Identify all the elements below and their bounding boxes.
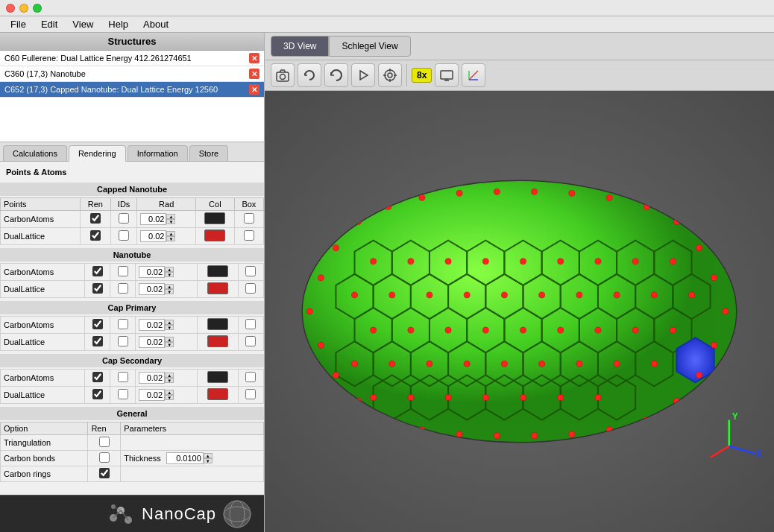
rad-down-2[interactable]: ▼ [165, 325, 174, 330]
rad-up-1[interactable]: ▲ [165, 267, 174, 272]
minimize-button[interactable] [19, 4, 28, 13]
thickness-down[interactable]: ▼ [204, 458, 213, 463]
box-check-3[interactable] [245, 372, 256, 382]
play-button[interactable] [351, 63, 375, 87]
rad-up-2[interactable]: ▲ [165, 320, 174, 325]
box-check-0[interactable] [244, 213, 254, 224]
structure-close-1[interactable]: ✕ [249, 69, 259, 79]
structure-item-2[interactable]: C652 (17,3) Capped Nanotube: Dual Lattic… [0, 82, 264, 98]
svg-point-110 [371, 394, 377, 400]
viewport[interactable]: Y X [265, 91, 774, 532]
thickness-up[interactable]: ▲ [204, 453, 213, 458]
rad-down-0[interactable]: ▼ [166, 219, 175, 224]
ids-check-dl2[interactable] [118, 336, 128, 346]
carbonbonds-check[interactable] [99, 452, 110, 463]
rad-input-dl2[interactable] [139, 336, 165, 348]
rad-input-0[interactable] [140, 213, 166, 225]
structure-close-2[interactable]: ✕ [249, 84, 259, 95]
rad-input-3[interactable] [139, 372, 165, 384]
col-swatch-dl3[interactable] [207, 388, 228, 400]
box-check-dl0[interactable] [244, 230, 254, 241]
rad-input-dl0[interactable] [140, 230, 166, 242]
rad-down-dl2[interactable]: ▼ [165, 342, 174, 347]
rad-down-3[interactable]: ▼ [165, 378, 174, 383]
rad-down-1[interactable]: ▼ [165, 272, 174, 277]
tab-3d-view[interactable]: 3D View [271, 36, 329, 57]
menu-about[interactable]: About [136, 17, 176, 31]
view-tabs: 3D View Schlegel View [271, 36, 411, 57]
svg-point-138 [569, 431, 575, 437]
triangulation-check[interactable] [99, 437, 110, 447]
svg-point-81 [670, 259, 676, 265]
rotate-button[interactable] [298, 63, 321, 87]
rad-down-dl3[interactable]: ▼ [165, 395, 174, 400]
col-swatch-2[interactable] [207, 318, 228, 330]
maximize-button[interactable] [33, 4, 42, 13]
menu-file[interactable]: File [3, 17, 34, 31]
ids-check-dl1[interactable] [118, 283, 128, 294]
rad-up-dl2[interactable]: ▲ [165, 337, 174, 342]
col-swatch-dl2[interactable] [207, 335, 228, 347]
screen-button[interactable] [435, 63, 459, 87]
tab-rendering[interactable]: Rendering [69, 145, 126, 162]
menu-view[interactable]: View [65, 17, 101, 31]
col-swatch-dl1[interactable] [207, 282, 228, 294]
ids-check-dl0[interactable] [119, 230, 129, 241]
ids-check-dl3[interactable] [118, 389, 128, 399]
rad-input-dl1[interactable] [139, 283, 165, 295]
box-check-1[interactable] [245, 266, 256, 276]
ren-check-2[interactable] [92, 319, 103, 329]
rad-down-dl0[interactable]: ▼ [166, 236, 175, 241]
menu-edit[interactable]: Edit [34, 17, 65, 31]
rad-up-0[interactable]: ▲ [166, 214, 175, 219]
ren-check-0[interactable] [90, 213, 101, 224]
camera-button[interactable] [271, 63, 295, 87]
ren-check-dl2[interactable] [92, 336, 103, 346]
ids-check-2[interactable] [118, 319, 128, 329]
ids-check-3[interactable] [118, 372, 128, 382]
rad-input-2[interactable] [139, 319, 165, 331]
rad-input-dl3[interactable] [139, 389, 165, 401]
badge-8x[interactable]: 8x [412, 68, 432, 83]
box-check-2[interactable] [245, 319, 256, 329]
carbonrings-check[interactable] [99, 468, 110, 478]
col-swatch-dl0[interactable] [204, 229, 225, 241]
col-swatch-0[interactable] [204, 212, 225, 224]
ren-check-3[interactable] [92, 372, 103, 382]
thickness-input[interactable] [166, 452, 204, 464]
rad-down-dl1[interactable]: ▼ [165, 289, 174, 294]
ren-check-1[interactable] [92, 266, 103, 276]
structure-item-0[interactable]: C60 Fullerene: Dual Lattice Energy 412.2… [0, 51, 264, 66]
svg-point-13 [385, 70, 395, 80]
ids-check-1[interactable] [118, 266, 128, 276]
ren-check-dl0[interactable] [90, 230, 101, 241]
col-swatch-1[interactable] [207, 265, 228, 277]
structure-close-0[interactable]: ✕ [249, 53, 259, 63]
box-check-dl3[interactable] [245, 389, 256, 399]
svg-point-74 [408, 259, 414, 265]
rad-up-dl3[interactable]: ▲ [165, 390, 174, 395]
ren-check-dl3[interactable] [92, 389, 103, 399]
general-table: Option Ren Parameters Triangulation Carb… [0, 422, 264, 482]
close-button[interactable] [6, 4, 15, 13]
ren-check-dl1[interactable] [92, 283, 103, 294]
row-duallattice-3: DualLattice [1, 387, 85, 404]
tab-schlegel-view[interactable]: Schlegel View [329, 36, 410, 57]
col-swatch-3[interactable] [207, 371, 228, 383]
rad-input-1[interactable] [139, 266, 165, 278]
menu-help[interactable]: Help [101, 17, 136, 31]
rad-up-3[interactable]: ▲ [165, 373, 174, 378]
svg-marker-72 [632, 445, 661, 479]
box-check-dl2[interactable] [245, 336, 256, 346]
target-button[interactable] [378, 63, 402, 87]
tab-information[interactable]: Information [128, 145, 188, 161]
tab-store[interactable]: Store [189, 145, 228, 161]
structure-item-1[interactable]: C360 (17,3) Nanotube ✕ [0, 66, 264, 82]
axes-button[interactable] [462, 63, 485, 87]
ids-check-0[interactable] [119, 213, 129, 224]
rad-up-dl0[interactable]: ▲ [166, 231, 175, 236]
tab-calculations[interactable]: Calculations [3, 145, 67, 161]
box-check-dl1[interactable] [245, 283, 256, 294]
refresh-button[interactable] [324, 63, 348, 87]
rad-up-dl1[interactable]: ▲ [165, 284, 174, 289]
